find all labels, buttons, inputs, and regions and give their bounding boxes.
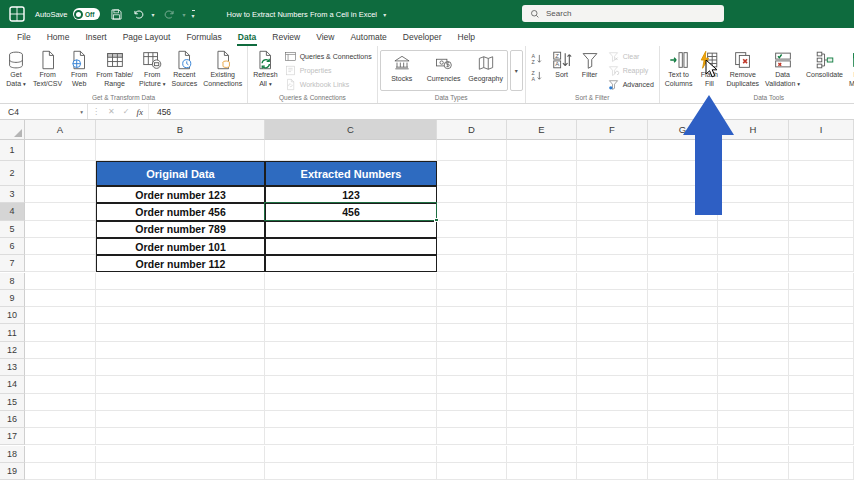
cell-D18[interactable] (437, 446, 507, 463)
cell-E6[interactable] (507, 238, 577, 255)
column-header-g[interactable]: G (648, 120, 718, 140)
cell-A8[interactable] (25, 273, 96, 290)
cell-I13[interactable] (789, 359, 854, 376)
ribbon-button-refresh-all[interactable]: RefreshAll ▾ (250, 47, 281, 88)
cell-I5[interactable] (789, 221, 854, 238)
ribbon-button-remove-duplicates[interactable]: RemoveDuplicates (723, 47, 762, 88)
cell-H11[interactable] (718, 324, 789, 341)
cell-H18[interactable] (718, 446, 789, 463)
cell-D11[interactable] (437, 324, 507, 341)
cell-C10[interactable] (265, 307, 437, 324)
autosave-toggle[interactable]: Off (73, 8, 100, 20)
cell-D14[interactable] (437, 376, 507, 393)
cell-G14[interactable] (648, 376, 718, 393)
cell-B18[interactable] (96, 446, 265, 463)
insert-function-icon[interactable]: fx (133, 107, 148, 117)
cell-F18[interactable] (577, 446, 648, 463)
row-header-16[interactable]: 16 (0, 411, 25, 428)
cell-A17[interactable] (25, 428, 96, 445)
cell-A2[interactable] (25, 161, 96, 186)
ribbon-tab-page-layout[interactable]: Page Layout (115, 28, 179, 46)
cell-I15[interactable] (789, 394, 854, 411)
cell-F2[interactable] (577, 161, 648, 186)
cell-D5[interactable] (437, 221, 507, 238)
cell-A1[interactable] (25, 140, 96, 161)
cell-D16[interactable] (437, 411, 507, 428)
row-header-2[interactable]: 2 (0, 161, 25, 186)
row-header-1[interactable]: 1 (0, 140, 25, 161)
cell-H4[interactable] (718, 203, 789, 220)
cell-C13[interactable] (265, 359, 437, 376)
cell-A6[interactable] (25, 238, 96, 255)
cell-F7[interactable] (577, 255, 648, 272)
cell-G4[interactable] (648, 203, 718, 220)
cell-C17[interactable] (265, 428, 437, 445)
cell-E14[interactable] (507, 376, 577, 393)
row-header-5[interactable]: 5 (0, 221, 25, 238)
cell-C11[interactable] (265, 324, 437, 341)
cell-D3[interactable] (437, 186, 507, 203)
cell-H19[interactable] (718, 463, 789, 480)
cell-B11[interactable] (96, 324, 265, 341)
cell-I18[interactable] (789, 446, 854, 463)
cell-E8[interactable] (507, 273, 577, 290)
ribbon-tab-review[interactable]: Review (264, 28, 308, 46)
cell-F6[interactable] (577, 238, 648, 255)
cell-A19[interactable] (25, 463, 96, 480)
cell-D8[interactable] (437, 273, 507, 290)
cell-B13[interactable] (96, 359, 265, 376)
cell-B16[interactable] (96, 411, 265, 428)
cell-D2[interactable] (437, 161, 507, 186)
name-box[interactable]: C4 ▾ (0, 104, 88, 119)
cell-D19[interactable] (437, 463, 507, 480)
cell-H1[interactable] (718, 140, 789, 161)
ribbon-button-queries-connections[interactable]: Queries & Connections (281, 49, 375, 63)
row-header-4[interactable]: 4 (0, 203, 25, 220)
table-cell-original-4[interactable]: Order number 456 (96, 203, 265, 220)
cell-G7[interactable] (648, 255, 718, 272)
column-header-d[interactable]: D (437, 120, 507, 140)
cell-F14[interactable] (577, 376, 648, 393)
table-cell-original-3[interactable]: Order number 123 (96, 186, 265, 203)
cell-E11[interactable] (507, 324, 577, 341)
cell-G3[interactable] (648, 186, 718, 203)
cell-B19[interactable] (96, 463, 265, 480)
cell-I4[interactable] (789, 203, 854, 220)
cell-H12[interactable] (718, 342, 789, 359)
cell-I8[interactable] (789, 273, 854, 290)
cell-I10[interactable] (789, 307, 854, 324)
cell-G13[interactable] (648, 359, 718, 376)
ribbon-tab-home[interactable]: Home (39, 28, 78, 46)
cell-A16[interactable] (25, 411, 96, 428)
cell-E17[interactable] (507, 428, 577, 445)
ribbon-button-stocks[interactable]: Stocks (381, 51, 423, 90)
cell-H3[interactable] (718, 186, 789, 203)
cell-E19[interactable] (507, 463, 577, 480)
cell-I7[interactable] (789, 255, 854, 272)
ribbon-button-filter[interactable]: Filter (576, 47, 604, 88)
select-all-corner[interactable] (0, 120, 25, 140)
ribbon-tab-developer[interactable]: Developer (395, 28, 450, 46)
ribbon-button-existing-connections[interactable]: ExistingConnections (200, 47, 245, 88)
cell-G6[interactable] (648, 238, 718, 255)
cell-G17[interactable] (648, 428, 718, 445)
undo-dropdown-icon[interactable]: ▾ (152, 11, 155, 18)
cell-A9[interactable] (25, 290, 96, 307)
row-header-18[interactable]: 18 (0, 446, 25, 463)
cell-D17[interactable] (437, 428, 507, 445)
cell-E16[interactable] (507, 411, 577, 428)
gallery-more-button[interactable]: ▾ (510, 50, 523, 91)
quick-access-customize-icon[interactable]: ▾ (192, 10, 195, 19)
cell-G16[interactable] (648, 411, 718, 428)
cell-C16[interactable] (265, 411, 437, 428)
cell-B17[interactable] (96, 428, 265, 445)
ribbon-button-from-text-csv[interactable]: FromText/CSV (30, 47, 65, 88)
cell-F15[interactable] (577, 394, 648, 411)
column-header-b[interactable]: B (96, 120, 265, 140)
cell-B9[interactable] (96, 290, 265, 307)
row-header-6[interactable]: 6 (0, 238, 25, 255)
cell-E12[interactable] (507, 342, 577, 359)
cell-A12[interactable] (25, 342, 96, 359)
column-header-a[interactable]: A (25, 120, 96, 140)
ribbon-tab-view[interactable]: View (308, 28, 342, 46)
